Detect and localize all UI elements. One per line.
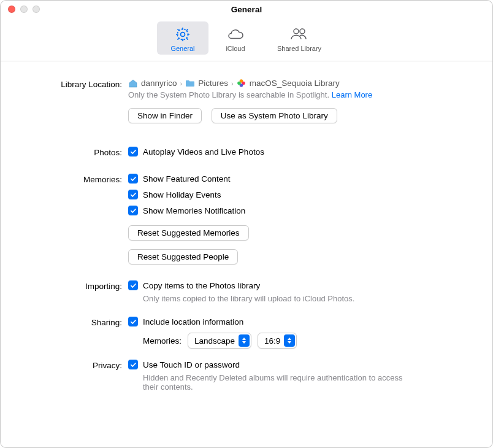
- window-title: General: [8, 5, 485, 14]
- holiday-events-label: Show Holiday Events: [143, 190, 221, 199]
- copy-items-checkbox[interactable]: [128, 280, 138, 290]
- settings-content: Library Location: dannyrico › Pictures ›: [1, 61, 492, 447]
- photos-label: Photos:: [19, 147, 128, 157]
- tab-icloud[interactable]: iCloud: [210, 21, 261, 55]
- importing-hint: Only items copied to the library will up…: [128, 294, 474, 303]
- sharing-memories-label: Memories:: [143, 336, 182, 346]
- tab-label: iCloud: [215, 45, 256, 52]
- learn-more-link[interactable]: Learn More: [332, 90, 372, 99]
- featured-content-label: Show Featured Content: [143, 174, 231, 183]
- tab-general[interactable]: General: [157, 21, 208, 55]
- orientation-select[interactable]: Landscape: [188, 333, 251, 349]
- library-hint: Only the System Photo Library is searcha…: [128, 90, 474, 99]
- close-window-button[interactable]: [8, 6, 15, 13]
- include-location-label: Include location information: [143, 317, 243, 326]
- toolbar: General iCloud Shared Library: [1, 18, 492, 61]
- reset-suggested-memories-button[interactable]: Reset Suggested Memories: [128, 225, 249, 241]
- library-location-label: Library Location:: [19, 79, 128, 89]
- svg-point-2: [294, 29, 299, 34]
- traffic-lights: [8, 6, 40, 13]
- include-location-checkbox[interactable]: [128, 317, 138, 326]
- chevron-right-icon: ›: [180, 80, 183, 87]
- gear-icon: [162, 25, 204, 44]
- folder-icon: [185, 79, 195, 88]
- memories-notification-label: Show Memories Notification: [143, 206, 245, 215]
- copy-items-label: Copy items to the Photos library: [143, 281, 260, 290]
- autoplay-label: Autoplay Videos and Live Photos: [143, 147, 264, 156]
- sharing-label: Sharing:: [19, 317, 128, 327]
- library-breadcrumb[interactable]: dannyrico › Pictures ›: [128, 79, 474, 88]
- privacy-hint: Hidden and Recently Deleted albums will …: [128, 373, 410, 392]
- breadcrumb-segment: dannyrico: [141, 79, 177, 88]
- privacy-label: Privacy:: [19, 360, 128, 370]
- svg-point-0: [181, 33, 185, 37]
- importing-label: Importing:: [19, 280, 128, 291]
- tab-shared-library[interactable]: Shared Library: [262, 21, 336, 55]
- use-as-system-library-button[interactable]: Use as System Photo Library: [212, 108, 337, 123]
- show-in-finder-button[interactable]: Show in Finder: [128, 108, 202, 123]
- select-arrows-icon: [239, 334, 250, 347]
- featured-content-checkbox[interactable]: [128, 174, 138, 183]
- titlebar: General: [1, 1, 492, 18]
- sharing-section: Sharing: Include location information Me…: [19, 317, 474, 349]
- maximize-window-button[interactable]: [32, 6, 40, 13]
- people-icon: [267, 25, 331, 44]
- svg-point-3: [300, 29, 305, 34]
- reset-suggested-people-button[interactable]: Reset Suggested People: [128, 249, 238, 265]
- memories-notification-checkbox[interactable]: [128, 206, 138, 215]
- touchid-label: Use Touch ID or password: [143, 360, 240, 369]
- autoplay-checkbox[interactable]: [128, 147, 138, 156]
- photos-app-icon: [237, 79, 246, 88]
- holiday-events-checkbox[interactable]: [128, 190, 138, 199]
- minimize-window-button[interactable]: [20, 6, 28, 13]
- home-icon: [128, 79, 138, 88]
- preferences-window: General General iCloud: [0, 0, 493, 448]
- tab-label: General: [162, 45, 204, 52]
- memories-label: Memories:: [19, 174, 128, 184]
- svg-point-7: [237, 82, 241, 85]
- chevron-right-icon: ›: [231, 80, 234, 87]
- library-location-section: Library Location: dannyrico › Pictures ›: [19, 79, 474, 136]
- touchid-checkbox[interactable]: [128, 360, 138, 369]
- cloud-icon: [215, 25, 256, 44]
- aspect-select[interactable]: 16:9: [258, 333, 297, 349]
- tab-label: Shared Library: [267, 45, 331, 52]
- photos-section: Photos: Autoplay Videos and Live Photos: [19, 147, 474, 163]
- memories-section: Memories: Show Featured Content Show Hol…: [19, 174, 474, 269]
- privacy-section: Privacy: Use Touch ID or password Hidden…: [19, 360, 474, 394]
- breadcrumb-segment: macOS_Sequoia Library: [250, 79, 340, 88]
- importing-section: Importing: Copy items to the Photos libr…: [19, 280, 474, 306]
- breadcrumb-segment: Pictures: [198, 79, 228, 88]
- select-arrows-icon: [284, 334, 295, 347]
